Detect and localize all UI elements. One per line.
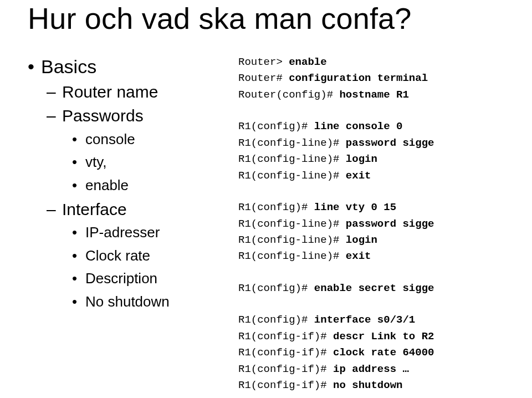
terminal-prompt: R1(config-if)# xyxy=(238,330,333,343)
terminal-prompt: R1(config-if)# xyxy=(238,379,333,391)
terminal-command: exit xyxy=(346,250,371,262)
bullet-l3: vty, xyxy=(28,151,233,174)
terminal-command: descr Link to R2 xyxy=(333,330,434,343)
terminal-output: Router> enable Router# configuration ter… xyxy=(238,54,522,394)
terminal-command: enable xyxy=(289,56,326,68)
terminal-prompt: R1(config-line)# xyxy=(238,153,346,165)
bullet-list: Basics Router name Passwords console vty… xyxy=(28,54,233,314)
terminal-prompt: R1(config)# xyxy=(238,314,314,326)
terminal-command: clock rate 64000 xyxy=(333,346,434,359)
terminal-prompt: R1(config-line)# xyxy=(238,170,346,182)
terminal-command: login xyxy=(346,234,377,246)
bullet-l3: enable xyxy=(28,174,233,197)
terminal-prompt: R1(config-line)# xyxy=(238,218,346,230)
terminal-command: configuration terminal xyxy=(289,72,428,84)
terminal-block: Router> enable Router# configuration ter… xyxy=(238,54,522,103)
terminal-command: no shutdown xyxy=(333,379,402,391)
terminal-command: exit xyxy=(346,170,371,182)
terminal-block: R1(config)# line vty 0 15 R1(config-line… xyxy=(238,200,522,265)
bullet-l2: Router name xyxy=(28,80,233,104)
terminal-prompt: R1(config-line)# xyxy=(238,234,346,246)
terminal-command: enable secret sigge xyxy=(314,282,434,294)
terminal-command: interface s0/3/1 xyxy=(314,314,415,326)
content-columns: Basics Router name Passwords console vty… xyxy=(28,54,522,394)
bullet-l1: Basics xyxy=(28,54,233,80)
terminal-block: R1(config)# line console 0 R1(config-lin… xyxy=(238,119,522,184)
terminal-command: password sigge xyxy=(346,218,434,230)
bullet-l2: Interface xyxy=(28,197,233,222)
terminal-prompt: R1(config)# xyxy=(238,120,314,132)
bullet-l3: No shutdown xyxy=(28,290,233,314)
terminal-prompt: R1(config-if)# xyxy=(238,363,333,375)
bullet-l3: Clock rate xyxy=(28,244,233,268)
slide-title: Hur och vad ska man confa? xyxy=(28,0,522,35)
slide: Hur och vad ska man confa? Basics Router… xyxy=(0,0,532,398)
terminal-prompt: Router> xyxy=(238,56,289,68)
bullet-l3: IP-adresser xyxy=(28,221,233,244)
terminal-command: ip address … xyxy=(333,363,409,375)
terminal-command: line vty 0 15 xyxy=(314,201,396,213)
terminal-prompt: R1(config-if)# xyxy=(238,346,333,359)
terminal-prompt: R1(config-line)# xyxy=(238,250,346,262)
terminal-command: password sigge xyxy=(346,137,434,149)
terminal-prompt: R1(config)# xyxy=(238,201,314,213)
terminal-prompt: R1(config-line)# xyxy=(238,137,346,149)
terminal-command: login xyxy=(346,153,377,165)
terminal-command: hostname R1 xyxy=(339,89,408,101)
bullet-column: Basics Router name Passwords console vty… xyxy=(28,54,233,394)
bullet-l3: Description xyxy=(28,267,233,290)
terminal-block: R1(config)# interface s0/3/1 R1(config-i… xyxy=(238,312,522,394)
terminal-column: Router> enable Router# configuration ter… xyxy=(233,54,522,394)
terminal-prompt: Router(config)# xyxy=(238,89,339,101)
terminal-prompt: R1(config)# xyxy=(238,282,314,294)
bullet-l2: Passwords xyxy=(28,104,233,128)
terminal-command: line console 0 xyxy=(314,120,403,132)
terminal-block: R1(config)# enable secret sigge xyxy=(238,280,522,297)
terminal-prompt: Router# xyxy=(238,72,289,84)
bullet-l3: console xyxy=(28,128,233,151)
